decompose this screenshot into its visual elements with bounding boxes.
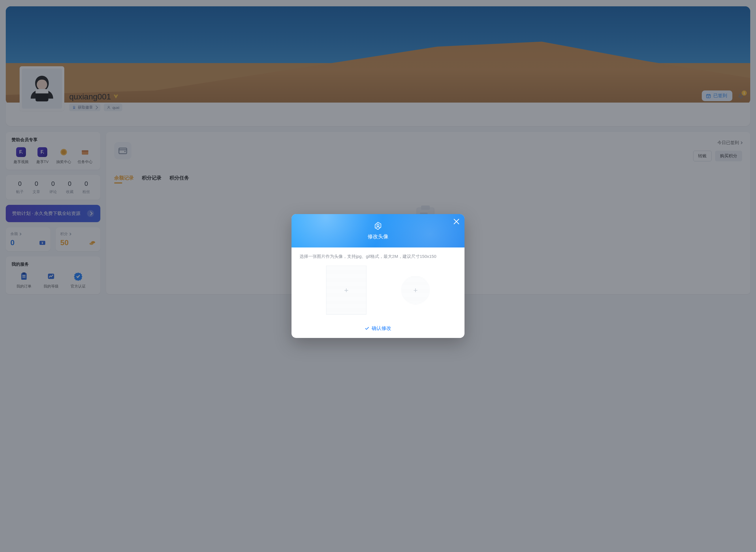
upload-square[interactable]: + xyxy=(326,266,366,315)
plus-icon: + xyxy=(413,286,418,294)
svg-point-35 xyxy=(377,224,379,227)
modal-title: 修改头像 xyxy=(367,233,389,240)
modal-confirm-label: 确认修改 xyxy=(372,325,391,331)
modal-close-button[interactable] xyxy=(452,218,460,226)
modal-scrim[interactable]: 修改头像 选择一张图片作为头像，支持jpg、gif格式，最大2M，建议尺寸150… xyxy=(0,0,756,552)
avatar-hex-icon xyxy=(374,222,382,230)
uploaders: + + xyxy=(300,259,456,317)
modal-confirm-button[interactable]: 确认修改 xyxy=(292,320,464,338)
modal-head: 修改头像 xyxy=(292,214,464,248)
close-icon xyxy=(452,217,460,226)
plus-icon: + xyxy=(344,286,348,294)
upload-circle[interactable]: + xyxy=(401,276,430,304)
avatar-modal: 修改头像 选择一张图片作为头像，支持jpg、gif格式，最大2M，建议尺寸150… xyxy=(292,214,464,338)
modal-body: 选择一张图片作为头像，支持jpg、gif格式，最大2M，建议尺寸150x150 … xyxy=(292,248,464,320)
check-icon xyxy=(365,326,369,331)
modal-hint: 选择一张图片作为头像，支持jpg、gif格式，最大2M，建议尺寸150x150 xyxy=(300,254,456,259)
